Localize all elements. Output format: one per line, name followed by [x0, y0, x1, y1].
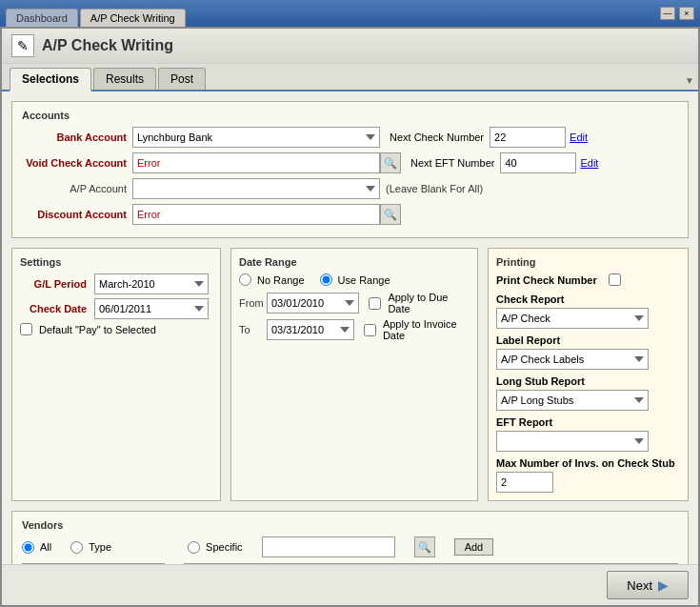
long-stub-label: Long Stub Report	[496, 375, 680, 387]
max-invs-input[interactable]	[496, 472, 553, 493]
apply-due-checkbox[interactable]	[369, 297, 381, 310]
tab-ap-check-writing[interactable]: A/P Check Writing	[80, 9, 186, 27]
bottom-bar: Next ▶	[2, 564, 698, 605]
window-controls: — ×	[660, 7, 694, 20]
title-bar: Dashboard A/P Check Writing — ×	[0, 0, 700, 27]
close-button[interactable]: ×	[679, 7, 694, 20]
to-date-select[interactable]: 03/31/2010	[267, 319, 354, 340]
apply-due-label[interactable]: Apply to Due Date	[369, 292, 470, 314]
check-date-label: Check Date	[20, 303, 87, 314]
eft-report-group: EFT Report	[496, 416, 680, 452]
eft-report-label: EFT Report	[496, 416, 680, 428]
vendor-all-label[interactable]: All	[22, 541, 51, 554]
next-check-label: Next Check Number	[390, 132, 484, 143]
next-check-input[interactable]	[490, 127, 566, 148]
from-date-select[interactable]: 03/01/2010	[267, 293, 359, 314]
gl-period-select[interactable]: March-2010	[94, 273, 209, 294]
eft-report-select[interactable]	[496, 431, 649, 452]
print-check-number-row: Print Check Number	[496, 273, 680, 286]
main-window: ✎ A/P Check Writing Selections Results P…	[0, 27, 700, 607]
accounts-section: Accounts Bank Account Lynchburg Bank Nex…	[11, 101, 689, 238]
printing-title: Printing	[496, 256, 680, 268]
no-range-radio-label[interactable]: No Range	[239, 273, 305, 286]
apply-invoice-checkbox[interactable]	[364, 324, 376, 336]
edit-check-link[interactable]: Edit	[570, 132, 588, 143]
printing-section: Printing Print Check Number Check Report…	[488, 248, 689, 501]
vendor-search-icon[interactable]: 🔍	[414, 536, 435, 557]
check-report-group: Check Report A/P Check	[496, 293, 680, 329]
next-eft-input[interactable]	[500, 152, 576, 173]
tab-post[interactable]: Post	[158, 68, 206, 90]
bank-account-select[interactable]: Lynchburg Bank	[132, 127, 380, 148]
apply-invoice-label[interactable]: Apply to Invoice Date	[364, 318, 470, 341]
window-icon: ✎	[11, 34, 34, 57]
void-check-label: Void Check Account	[22, 157, 127, 169]
date-range-title: Date Range	[239, 256, 470, 268]
ap-account-select[interactable]	[132, 178, 380, 199]
no-range-radio[interactable]	[239, 273, 251, 286]
void-check-input[interactable]	[132, 152, 380, 173]
settings-section: Settings G/L Period March-2010 Check Dat…	[11, 248, 221, 501]
title-tabs: Dashboard A/P Check Writing	[6, 0, 188, 27]
discount-search-icon[interactable]: 🔍	[380, 204, 401, 225]
void-check-row: Void Check Account 🔍 Next EFT Number Edi…	[22, 152, 678, 173]
bank-account-label: Bank Account	[22, 132, 127, 143]
from-label: From	[239, 297, 263, 309]
restore-button[interactable]: —	[660, 7, 675, 20]
max-invs-group: Max Number of Invs. on Check Stub	[496, 457, 680, 493]
discount-label: Discount Account	[22, 209, 127, 220]
apply-due-row: Apply to Due Date	[369, 292, 470, 314]
next-eft-label: Next EFT Number	[410, 157, 494, 169]
void-check-search-icon[interactable]: 🔍	[380, 152, 401, 173]
to-label: To	[239, 324, 263, 335]
next-arrow-icon: ▶	[658, 577, 669, 593]
settings-title: Settings	[20, 256, 212, 268]
edit-eft-link[interactable]: Edit	[580, 157, 598, 169]
print-check-number-checkbox[interactable]	[609, 273, 621, 286]
gl-period-row: G/L Period March-2010	[20, 273, 212, 294]
check-date-row: Check Date 06/01/2011	[20, 298, 212, 319]
vendor-type-label[interactable]: Type	[70, 541, 111, 554]
window-title: A/P Check Writing	[42, 37, 173, 54]
discount-input[interactable]	[132, 204, 380, 225]
three-col-section: Settings G/L Period March-2010 Check Dat…	[11, 248, 689, 501]
max-invs-label: Max Number of Invs. on Check Stub	[496, 457, 680, 469]
tab-results[interactable]: Results	[93, 68, 156, 90]
check-date-select[interactable]: 06/01/2011	[94, 298, 209, 319]
vendor-specific-radio[interactable]	[188, 541, 200, 554]
check-report-select[interactable]: A/P Check	[496, 308, 649, 329]
gl-period-label: G/L Period	[20, 278, 87, 290]
long-stub-group: Long Stub Report A/P Long Stubs	[496, 375, 680, 411]
use-range-radio[interactable]	[320, 273, 332, 286]
accounts-title: Accounts	[22, 110, 678, 121]
label-report-select[interactable]: A/P Check Labels	[496, 349, 649, 370]
default-pay-label: Default "Pay" to Selected	[39, 324, 156, 335]
print-check-number-label: Print Check Number	[496, 274, 597, 286]
apply-invoice-row: Apply to Invoice Date	[364, 318, 470, 341]
tab-arrow-icon: ▼	[685, 75, 694, 86]
vendor-type-radio[interactable]	[70, 541, 83, 554]
tab-bar: Selections Results Post ▼	[2, 64, 698, 91]
vendor-add-button[interactable]: Add	[454, 538, 494, 556]
leave-blank-text: (Leave Blank For All)	[386, 183, 483, 194]
range-radio-group: No Range Use Range	[239, 273, 470, 286]
bank-account-row: Bank Account Lynchburg Bank Next Check N…	[22, 127, 678, 148]
tab-dashboard[interactable]: Dashboard	[6, 9, 78, 27]
vendor-specific-input[interactable]	[262, 536, 395, 557]
vendors-section: Vendors All Type Specific 🔍 Add	[11, 511, 689, 564]
next-button[interactable]: Next ▶	[607, 571, 689, 599]
from-row: From 03/01/2010 Apply to Due Date	[239, 292, 470, 314]
vendor-specific-label[interactable]: Specific	[188, 541, 243, 554]
vendor-radio-row: All Type Specific 🔍 Add	[22, 536, 678, 557]
label-report-group: Label Report A/P Check Labels	[496, 334, 680, 370]
window-header: ✎ A/P Check Writing	[2, 29, 698, 64]
long-stub-select[interactable]: A/P Long Stubs	[496, 390, 649, 411]
check-report-label: Check Report	[496, 293, 680, 305]
tab-selections[interactable]: Selections	[10, 68, 91, 91]
default-pay-checkbox[interactable]	[20, 323, 32, 335]
next-label: Next	[627, 578, 652, 593]
date-range-section: Date Range No Range Use Range From 03/01…	[230, 248, 478, 501]
use-range-radio-label[interactable]: Use Range	[320, 273, 390, 286]
vendor-all-radio[interactable]	[22, 541, 34, 554]
discount-account-row: Discount Account 🔍	[22, 204, 678, 225]
